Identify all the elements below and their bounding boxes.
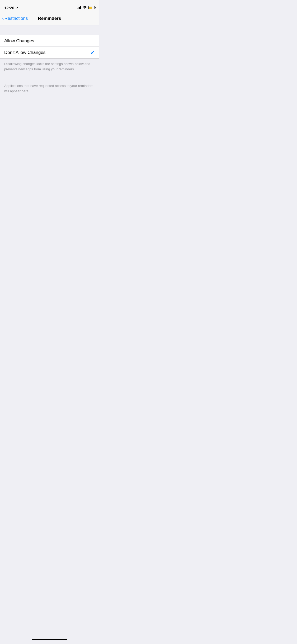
apps-placeholder-text: Applications that have requested access … bbox=[4, 83, 95, 94]
disallow-note: Disallowing changes locks the settings s… bbox=[4, 61, 95, 72]
status-icons bbox=[77, 6, 95, 10]
settings-list: Allow Changes Don't Allow Changes ✓ bbox=[0, 35, 99, 59]
main-content: Allow Changes Don't Allow Changes ✓ Disa… bbox=[0, 25, 99, 103]
time-label: 12:20 bbox=[4, 6, 14, 10]
status-bar: 12:20 ↗ bbox=[0, 0, 99, 12]
allow-changes-row[interactable]: Allow Changes bbox=[0, 35, 99, 47]
status-time: 12:20 ↗ bbox=[4, 6, 18, 10]
section-gap bbox=[0, 25, 99, 35]
location-icon: ↗ bbox=[15, 6, 18, 10]
dont-allow-changes-row[interactable]: Don't Allow Changes ✓ bbox=[0, 47, 99, 58]
allow-changes-label: Allow Changes bbox=[4, 38, 34, 44]
wifi-icon bbox=[83, 6, 87, 10]
back-label: Restrictions bbox=[4, 16, 28, 21]
page-title: Reminders bbox=[38, 16, 61, 21]
battery-icon bbox=[88, 6, 95, 9]
footer-note: Disallowing changes locks the settings s… bbox=[0, 59, 99, 78]
nav-bar: ‹ Restrictions Reminders bbox=[0, 12, 99, 25]
apps-section: Applications that have requested access … bbox=[0, 83, 99, 94]
back-button[interactable]: ‹ Restrictions bbox=[2, 16, 28, 21]
signal-icon bbox=[77, 6, 81, 9]
checkmark-icon: ✓ bbox=[90, 49, 95, 56]
dont-allow-changes-label: Don't Allow Changes bbox=[4, 50, 45, 55]
back-chevron-icon: ‹ bbox=[2, 16, 4, 21]
